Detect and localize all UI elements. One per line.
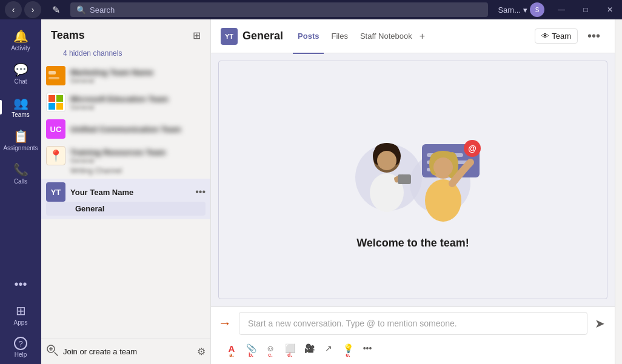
maximize-button[interactable]: □	[574, 0, 598, 19]
team-sub: General	[70, 77, 190, 84]
topbar-more-button[interactable]: •••	[583, 27, 605, 45]
welcome-title: Welcome to the team!	[356, 237, 469, 250]
search-bar[interactable]: 🔍 Search	[70, 2, 488, 17]
team-name: Unified Communication Team	[70, 125, 190, 134]
channel-item-general[interactable]: General	[46, 202, 206, 216]
team-sub: General	[70, 104, 190, 111]
chat-label: Chat	[14, 78, 27, 85]
topbar: YT General Posts Files Staff Notebook + …	[211, 19, 615, 53]
welcome-illustration: @	[328, 111, 498, 232]
svg-rect-0	[46, 66, 65, 85]
search-icon: 🔍	[76, 5, 86, 15]
meet-button[interactable]: ⬜ d.	[281, 340, 298, 357]
team-sub: General	[70, 157, 190, 164]
sidebar-item-assignments[interactable]: 📋 Assignments	[0, 124, 41, 156]
window-controls: — □ ✕	[549, 0, 622, 19]
tab-staff-notebook[interactable]: Staff Notebook	[355, 20, 417, 54]
user-name: Sam...	[498, 5, 521, 15]
add-tab-button[interactable]: +	[420, 31, 425, 42]
team-info: Microsoft Education Team General	[70, 94, 190, 111]
team-view-button[interactable]: 👁 Team	[535, 28, 578, 44]
team-more-button[interactable]: •••	[195, 187, 206, 197]
list-item[interactable]: UC Unified Communication Team •••	[41, 116, 210, 142]
share-button[interactable]: ↗	[320, 340, 337, 357]
compose-toolbar: A a. 📎 b. ☺ c. ⬜ d. 🎥	[218, 337, 607, 359]
apps-label: Apps	[14, 319, 28, 326]
compose-row: → Start a new conversation. Type @ to me…	[218, 312, 607, 335]
emoji-badge: c.	[268, 352, 273, 358]
search-placeholder: Search	[90, 5, 115, 15]
list-item[interactable]: YT Your Team Name ••• General	[41, 179, 210, 219]
svg-rect-2	[48, 77, 59, 79]
sidebar-item-activity[interactable]: 🔔 Activity	[0, 24, 41, 56]
sidebar-item-calls[interactable]: 📞 Calls	[0, 157, 41, 190]
svg-point-30	[433, 157, 453, 177]
help-label: Help	[15, 351, 27, 358]
compose-button[interactable]: ✎	[46, 0, 65, 19]
svg-point-31	[425, 179, 461, 222]
svg-rect-25	[398, 174, 411, 184]
attach-badge: b.	[249, 352, 253, 358]
team-avatar	[46, 93, 65, 112]
sub-channel: Writing Channel	[70, 167, 206, 175]
svg-rect-6	[56, 103, 63, 110]
help-icon: ?	[14, 337, 27, 350]
toolbar-more-icon: •••	[363, 343, 372, 353]
teams-sidebar: Teams ⊞ 4 hidden channels Marketing Team…	[41, 19, 211, 364]
svg-rect-4	[56, 95, 63, 102]
avatar: S	[530, 2, 544, 17]
svg-rect-5	[48, 103, 55, 110]
teams-label: Teams	[12, 111, 29, 118]
nav-forward-button[interactable]: ›	[24, 1, 41, 18]
team-label: Team	[552, 31, 571, 41]
join-create-label: Join or create a team	[63, 347, 192, 356]
join-create-team-button[interactable]: Join or create a team ⚙	[41, 339, 210, 364]
team-avatar: 📍	[46, 146, 65, 165]
team-info: Training Resources Team General	[70, 148, 190, 164]
chat-icon: 💬	[13, 62, 28, 77]
user-menu[interactable]: Sam... ▾ S	[493, 2, 549, 17]
activity-icon: 🔔	[13, 29, 28, 44]
close-button[interactable]: ✕	[598, 0, 622, 19]
sidebar-item-apps[interactable]: ⊞ Apps	[0, 299, 41, 331]
sidebar-item-more[interactable]: •••	[0, 273, 41, 297]
list-item[interactable]: Marketing Team Name General •••	[41, 62, 210, 89]
attach-button[interactable]: 📎 b.	[242, 340, 259, 357]
format-button[interactable]: A a.	[223, 340, 240, 357]
sidebar-header: Teams ⊞	[41, 19, 210, 47]
team-info: Unified Communication Team	[70, 125, 190, 134]
sticker-button[interactable]: 💡 e.	[339, 340, 356, 357]
left-rail: 🔔 Activity 💬 Chat 👥 Teams 📋 Assignments …	[0, 19, 41, 364]
sidebar-item-teams[interactable]: 👥 Teams	[0, 91, 41, 123]
list-item[interactable]: Microsoft Education Team General •••	[41, 89, 210, 116]
tab-files[interactable]: Files	[326, 20, 352, 54]
chrome-nav: ‹ ›	[0, 1, 46, 18]
team-avatar: YT	[46, 182, 65, 202]
nav-back-button[interactable]: ‹	[5, 1, 22, 18]
team-name: Marketing Team Name	[70, 68, 190, 77]
compose-input[interactable]: Start a new conversation. Type @ to ment…	[239, 312, 587, 335]
send-button[interactable]: ➤	[592, 314, 607, 333]
video-button[interactable]: 🎥	[301, 340, 318, 357]
sidebar-item-help[interactable]: ? Help	[0, 332, 41, 363]
meet-badge: d.	[287, 352, 292, 358]
list-item[interactable]: 📍 Training Resources Team General ••• Wr…	[41, 142, 210, 179]
video-icon: 🎥	[304, 343, 315, 353]
team-info: Your Team Name	[70, 188, 190, 197]
filter-icon[interactable]: ⊞	[193, 30, 201, 41]
minimize-button[interactable]: —	[549, 0, 574, 19]
sidebar-item-chat[interactable]: 💬 Chat	[0, 58, 41, 90]
hidden-channels-link[interactable]: 4 hidden channels	[41, 47, 210, 62]
svg-point-22	[377, 151, 396, 170]
arrow-icon: →	[218, 316, 232, 331]
team-list: Marketing Team Name General •••	[41, 62, 210, 339]
scrollbar	[615, 19, 622, 364]
toolbar-more-button[interactable]: •••	[359, 340, 376, 357]
settings-icon[interactable]: ⚙	[197, 346, 206, 357]
sidebar-title: Teams	[51, 29, 85, 42]
main-content: YT General Posts Files Staff Notebook + …	[211, 19, 615, 364]
team-avatar	[46, 66, 65, 85]
content-area: @	[211, 53, 615, 306]
tab-posts[interactable]: Posts	[293, 20, 324, 54]
emoji-button[interactable]: ☺ c.	[262, 340, 279, 357]
